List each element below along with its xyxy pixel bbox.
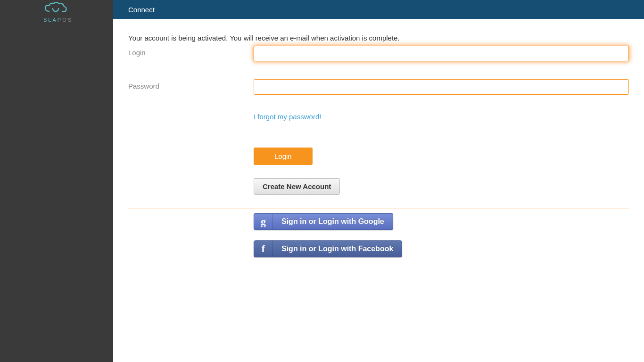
facebook-login-button[interactable]: f Sign in or Login with Facebook [254,240,402,257]
divider [128,208,629,208]
main-area: Connect Your account is being activated.… [113,0,644,362]
page-title: Connect [128,6,155,14]
content: Your account is being activated. You wil… [113,19,644,268]
password-label: Password [128,79,254,95]
login-label: Login [128,46,254,61]
facebook-icon: f [254,241,273,257]
password-row: Password [128,79,629,95]
login-row: Login [128,46,629,61]
create-account-button[interactable]: Create New Account [254,178,340,195]
google-login-button[interactable]: g Sign in or Login with Google [254,213,393,230]
header-bar: Connect [113,0,644,19]
login-input[interactable] [254,46,629,61]
google-icon: g [254,214,273,230]
cloud-icon [43,2,113,17]
login-button[interactable]: Login [254,148,313,165]
sidebar: SLAPOS [0,0,113,362]
google-login-label: Sign in or Login with Google [273,214,393,230]
forgot-password-link[interactable]: I forgot my password! [254,113,321,121]
password-input[interactable] [254,79,629,95]
logo: SLAPOS [0,0,113,23]
logo-text: SLAPOS [43,17,113,23]
activation-notice: Your account is being activated. You wil… [128,34,629,42]
facebook-login-label: Sign in or Login with Facebook [273,241,402,257]
